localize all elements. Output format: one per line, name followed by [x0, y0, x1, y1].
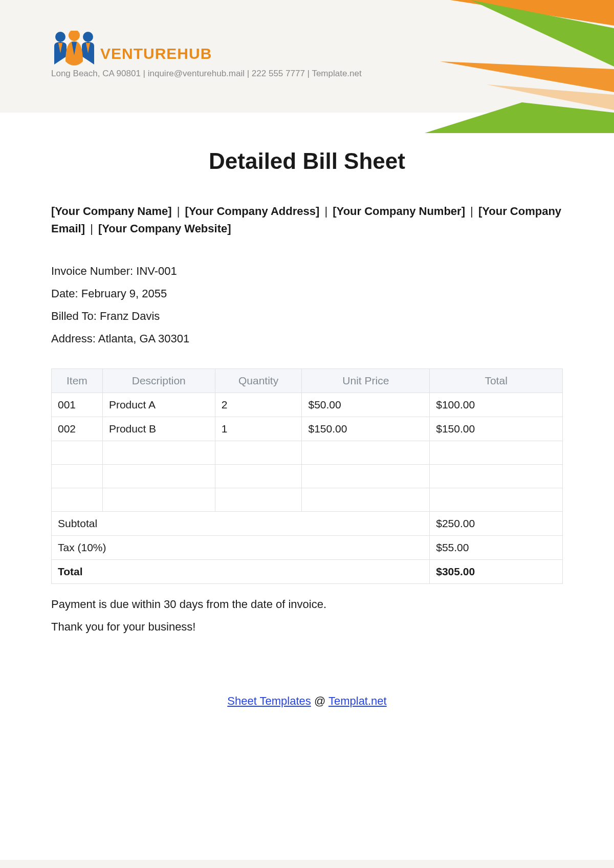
- cell-quantity: 2: [215, 393, 302, 417]
- cell-unit-price: $50.00: [302, 393, 430, 417]
- cell-item: [52, 465, 103, 488]
- invoice-number-label: Invoice Number:: [51, 265, 136, 277]
- svg-point-7: [83, 32, 93, 42]
- svg-marker-3: [486, 84, 614, 110]
- cell-total: $100.00: [430, 393, 563, 417]
- footer-link-sheet-templates[interactable]: Sheet Templates: [227, 695, 311, 707]
- billed-to-line: Billed To: Franz Davis: [51, 305, 563, 328]
- svg-point-5: [55, 32, 65, 42]
- address-label: Address:: [51, 332, 98, 345]
- cell-total: $150.00: [430, 417, 563, 441]
- subtotal-value: $250.00: [430, 512, 563, 536]
- payment-note: Payment is due within 30 days from the d…: [51, 593, 563, 616]
- address-line: Address: Atlanta, GA 30301: [51, 328, 563, 350]
- cell-total: [430, 441, 563, 465]
- invoice-date-line: Date: February 9, 2055: [51, 283, 563, 305]
- invoice-number-value: INV-001: [136, 265, 177, 277]
- total-row: Total $305.00: [52, 560, 563, 584]
- cell-description: [102, 465, 215, 488]
- col-total: Total: [430, 369, 563, 393]
- col-item: Item: [52, 369, 103, 393]
- separator: |: [177, 205, 180, 218]
- invoice-meta: Invoice Number: INV-001 Date: February 9…: [51, 260, 563, 350]
- separator: |: [90, 222, 93, 235]
- page-title: Detailed Bill Sheet: [51, 148, 563, 174]
- subtotal-label: Subtotal: [52, 512, 430, 536]
- col-unit-price: Unit Price: [302, 369, 430, 393]
- company-placeholders: [Your Company Name] | [Your Company Addr…: [51, 203, 563, 237]
- brand-meta: Long Beach, CA 90801 | inquire@venturehu…: [51, 69, 614, 79]
- cell-description: Product A: [102, 393, 215, 417]
- cell-quantity: [215, 441, 302, 465]
- footer-link-templat-net[interactable]: Templat.net: [328, 695, 387, 707]
- invoice-number-line: Invoice Number: INV-001: [51, 260, 563, 283]
- logo-row: VENTUREHUB: [51, 31, 614, 66]
- placeholder-company-name: [Your Company Name]: [51, 205, 172, 218]
- invoice-date-value: February 9, 2055: [81, 287, 167, 300]
- bill-table: Item Description Quantity Unit Price Tot…: [51, 368, 563, 584]
- cell-quantity: 1: [215, 417, 302, 441]
- cell-description: Product B: [102, 417, 215, 441]
- tax-row: Tax (10%) $55.00: [52, 536, 563, 560]
- cell-unit-price: $150.00: [302, 417, 430, 441]
- people-logo-icon: [51, 31, 97, 66]
- footer-links: Sheet Templates @ Templat.net: [51, 695, 563, 708]
- table-row: 002 Product B 1 $150.00 $150.00: [52, 417, 563, 441]
- document-body: Detailed Bill Sheet [Your Company Name] …: [0, 113, 614, 860]
- table-row: [52, 465, 563, 488]
- separator: |: [470, 205, 473, 218]
- cell-description: [102, 488, 215, 512]
- cell-item: 002: [52, 417, 103, 441]
- billed-to-value: Franz Davis: [100, 310, 160, 322]
- invoice-date-label: Date:: [51, 287, 81, 300]
- cell-quantity: [215, 488, 302, 512]
- separator: |: [324, 205, 327, 218]
- address-value: Atlanta, GA 30301: [98, 332, 190, 345]
- placeholder-company-website: [Your Company Website]: [98, 222, 231, 235]
- cell-unit-price: [302, 441, 430, 465]
- cell-description: [102, 441, 215, 465]
- tax-value: $55.00: [430, 536, 563, 560]
- cell-total: [430, 465, 563, 488]
- placeholder-company-number: [Your Company Number]: [333, 205, 465, 218]
- thank-you-note: Thank you for your business!: [51, 616, 563, 638]
- cell-quantity: [215, 465, 302, 488]
- notes: Payment is due within 30 days from the d…: [51, 593, 563, 638]
- table-row: [52, 488, 563, 512]
- billed-to-label: Billed To:: [51, 310, 100, 322]
- cell-unit-price: [302, 488, 430, 512]
- cell-item: [52, 488, 103, 512]
- tax-label: Tax (10%): [52, 536, 430, 560]
- cell-item: 001: [52, 393, 103, 417]
- col-quantity: Quantity: [215, 369, 302, 393]
- table-row: [52, 441, 563, 465]
- col-description: Description: [102, 369, 215, 393]
- total-value: $305.00: [430, 560, 563, 584]
- svg-point-9: [69, 31, 80, 41]
- placeholder-company-address: [Your Company Address]: [185, 205, 319, 218]
- cell-unit-price: [302, 465, 430, 488]
- subtotal-row: Subtotal $250.00: [52, 512, 563, 536]
- table-header-row: Item Description Quantity Unit Price Tot…: [52, 369, 563, 393]
- footer-separator: @: [311, 695, 328, 707]
- header: VENTUREHUB Long Beach, CA 90801 | inquir…: [0, 0, 614, 79]
- table-row: 001 Product A 2 $50.00 $100.00: [52, 393, 563, 417]
- cell-item: [52, 441, 103, 465]
- brand-name: VENTUREHUB: [100, 45, 212, 66]
- cell-total: [430, 488, 563, 512]
- total-label: Total: [52, 560, 430, 584]
